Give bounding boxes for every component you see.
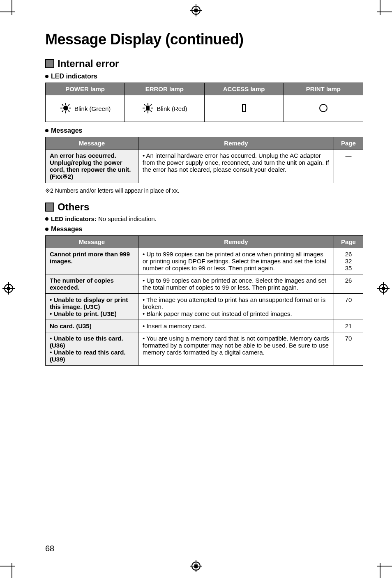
footnote-internal: ※2 Numbers and/or letters will appear in… — [45, 187, 363, 194]
section-marker-icon — [45, 203, 54, 212]
registration-mark-left — [2, 282, 15, 296]
page-cell: — — [334, 150, 363, 183]
svg-rect-3 — [194, 9, 198, 12]
svg-rect-7 — [194, 564, 198, 568]
th-power-lamp: POWER lamp — [46, 83, 125, 95]
svg-line-23 — [62, 111, 63, 112]
remedy-cell: • Up to 99 copies can be printed at once… — [138, 274, 334, 294]
error-lamp-value: Blink (Red) — [157, 105, 187, 112]
svg-line-21 — [62, 104, 63, 106]
section-heading-internal: Internal error — [58, 58, 119, 69]
access-lamp-off-icon — [241, 104, 247, 114]
page-cell: 26 — [334, 274, 363, 294]
blink-red-icon — [142, 102, 154, 115]
page-cell: 70 — [334, 332, 363, 366]
page-number: 68 — [45, 544, 54, 553]
table-row: • Unable to display or print this image.… — [46, 294, 363, 320]
remedy-cell: • Up to 999 copies can be printed at onc… — [138, 248, 334, 274]
led-indicators-note: No special indication. — [97, 215, 157, 222]
remedy-cell: • Insert a memory card. — [138, 320, 334, 332]
page-cell: 26 32 35 — [334, 248, 363, 274]
power-lamp-value: Blink (Green) — [74, 105, 111, 112]
svg-line-32 — [144, 111, 145, 112]
msg-cell: Cannot print more than 999 images. — [46, 248, 138, 274]
blink-green-icon — [60, 102, 72, 115]
table-row: No card. (U35) • Insert a memory card. 2… — [46, 320, 363, 332]
svg-rect-34 — [242, 104, 246, 112]
svg-line-24 — [68, 104, 69, 106]
th-page: Page — [334, 137, 363, 150]
registration-mark-top — [190, 4, 202, 18]
th-message: Message — [46, 137, 138, 150]
page-title: Message Display (continued) — [45, 31, 363, 48]
svg-line-31 — [150, 111, 152, 112]
svg-line-33 — [150, 104, 152, 106]
print-lamp-off-icon — [319, 104, 328, 114]
bullet-icon — [45, 217, 48, 221]
svg-rect-11 — [7, 287, 10, 290]
msg-cell: An error has occurred. Unplug/replug the… — [46, 150, 138, 183]
table-row: An error has occurred. Unplug/replug the… — [46, 150, 363, 183]
remedy-cell: • An internal hardware error has occurre… — [138, 150, 334, 183]
remedy-cell: • The image you attempted to print has a… — [138, 294, 334, 320]
svg-rect-15 — [382, 287, 385, 290]
registration-mark-right — [377, 282, 390, 296]
msg-cell: The number of copies exceeded. — [46, 274, 138, 294]
table-row: • Unable to use this card. (U36) • Unabl… — [46, 332, 363, 366]
th-remedy: Remedy — [138, 236, 334, 248]
registration-mark-bottom — [190, 560, 202, 574]
others-messages-table: Message Remedy Page Cannot print more th… — [45, 235, 363, 366]
remedy-cell: • You are using a memory card that is no… — [138, 332, 334, 366]
bullet-icon — [45, 228, 48, 231]
svg-point-16 — [63, 106, 68, 111]
table-row: Cannot print more than 999 images. • Up … — [46, 248, 363, 274]
svg-rect-25 — [146, 106, 150, 111]
bullet-icon — [45, 75, 48, 78]
section-heading-others: Others — [58, 201, 89, 213]
th-remedy: Remedy — [138, 137, 334, 150]
svg-line-22 — [68, 111, 69, 112]
table-row: The number of copies exceeded. • Up to 9… — [46, 274, 363, 294]
th-access-lamp: ACCESS lamp — [204, 83, 284, 95]
msg-cell: • Unable to use this card. (U36) • Unabl… — [46, 332, 138, 366]
svg-point-35 — [320, 104, 327, 112]
led-indicators-label-others: LED indicators: — [51, 215, 97, 222]
th-message: Message — [46, 236, 138, 248]
page-cell: 70 — [334, 294, 363, 320]
svg-line-30 — [144, 104, 145, 106]
messages-label-internal: Messages — [51, 127, 83, 134]
th-print-lamp: PRINT lamp — [284, 83, 363, 95]
led-indicators-label: LED indicators — [51, 73, 97, 80]
section-marker-icon — [45, 59, 54, 68]
th-page: Page — [334, 236, 363, 248]
led-indicators-table: POWER lamp ERROR lamp ACCESS lamp PRINT … — [45, 83, 363, 122]
internal-messages-table: Message Remedy Page An error has occurre… — [45, 137, 363, 183]
msg-cell: • Unable to display or print this image.… — [46, 294, 138, 320]
th-error-lamp: ERROR lamp — [125, 83, 204, 95]
page-cell: 21 — [334, 320, 363, 332]
bullet-icon — [45, 129, 48, 132]
msg-cell: No card. (U35) — [46, 320, 138, 332]
messages-label-others: Messages — [51, 226, 83, 233]
